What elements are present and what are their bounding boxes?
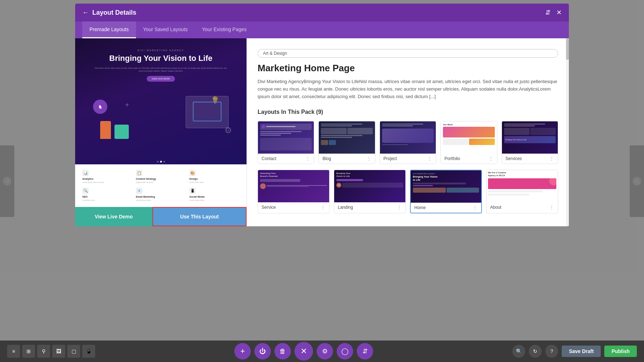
landing-footer: Landing ⋮ (334, 202, 405, 212)
feature-seo: 🔍 SEO In pulvinar arcu... (82, 188, 132, 202)
service-name: Service (262, 205, 276, 210)
modal-overlay: ← Layout Details ⇵ ✕ Premade Layouts You… (0, 0, 644, 362)
page-toolbar: ≡ ⊞ ⚲ 🖼 ▢ 📱 + ⏻ 🗑 ✕ ⚙ ◯ ⇵ 🔍 ↻ ? Save Dra… (0, 341, 644, 362)
toolbar-mobile-button[interactable]: 📱 (82, 345, 95, 358)
layout-card-home[interactable]: DIVI MARKETING AGENCY Bringing Your Visi… (410, 170, 482, 213)
services-menu-icon[interactable]: ⋮ (549, 156, 554, 161)
about-name: About (490, 205, 501, 210)
layout-card-landing[interactable]: Bringing YourVision to Life 11 Landing ⋮ (334, 170, 406, 213)
project-name: Project (384, 156, 397, 161)
email-marketing-icon: 📧 (136, 188, 142, 194)
toolbar-menu-button[interactable]: ≡ (7, 345, 20, 358)
toolbar-tablet-button[interactable]: ▢ (67, 345, 80, 358)
contact-menu-icon[interactable]: ⋮ (305, 156, 310, 161)
toolbar-desktop-button[interactable]: 🖼 (52, 345, 65, 358)
add-element-button[interactable]: + (234, 343, 251, 359)
layout-card-service[interactable]: Unlocking YourBrand's Potential (258, 170, 330, 213)
dot-3 (163, 161, 165, 163)
layout-button[interactable]: ⇵ (357, 343, 373, 359)
close-button[interactable]: ✕ (294, 342, 313, 361)
power-button[interactable]: ⏻ (254, 343, 271, 359)
pack-title: Layouts In This Pack (9) (258, 109, 558, 115)
toolbar-search-button[interactable]: ⚲ (37, 345, 50, 358)
layout-card-services[interactable]: Bringing Your Ideas to Life Services ⋮ (502, 121, 558, 164)
trash-button[interactable]: 🗑 (274, 343, 291, 359)
layout-card-portfolio[interactable]: Our Work Portfolio ⋮ (440, 121, 497, 164)
view-live-demo-button[interactable]: View Live Demo (75, 207, 152, 226)
deco-board-inner (193, 102, 221, 121)
dot-2 (160, 161, 162, 163)
layout-title: Marketing Home Page (258, 63, 558, 74)
preview-view-work-button[interactable]: VIEW OUR WORK (147, 76, 175, 82)
right-panel: Art & Design Marketing Home Page Divi Ma… (247, 38, 569, 226)
design-icon: 🎨 (189, 170, 196, 176)
home-menu-icon[interactable]: ⋮ (473, 205, 478, 211)
contact-thumb (258, 121, 314, 154)
layout-card-contact[interactable]: Contact ⋮ (258, 121, 314, 164)
design-text: Lorem dolor amet... (189, 181, 239, 184)
seo-label: SEO (82, 196, 132, 198)
service-menu-icon[interactable]: ⋮ (321, 204, 326, 210)
preview-decorations: ♞ ⚙ 💡 + (82, 92, 239, 143)
features-grid: 📊 Analytics Lorem ipsum dolor sit amet..… (82, 170, 239, 202)
refresh-button[interactable]: ↻ (529, 345, 542, 358)
settings-button[interactable]: ⚙ (317, 343, 333, 359)
about-thumb: We Are a CreativeAgency in SF,CA (487, 170, 558, 202)
publish-button[interactable]: Publish (604, 346, 637, 357)
layouts-grid-row1: Contact ⋮ (258, 121, 558, 164)
preview-hero: DIVI MARKETING AGENCY Bringing Your Visi… (75, 38, 247, 92)
layout-card-project[interactable]: Project ⋮ (380, 121, 436, 164)
feature-email-marketing: 📧 Email Marketing Lorem ipsum dolor... (136, 188, 186, 202)
search-right-button[interactable]: 🔍 (512, 345, 525, 358)
back-button[interactable]: ← (82, 9, 89, 16)
toolbar-grid-button[interactable]: ⊞ (22, 345, 35, 358)
social-media-text: Lorem ipsum dolor... (189, 199, 239, 202)
seo-text: In pulvinar arcu... (82, 199, 132, 202)
save-draft-button[interactable]: Save Draft (562, 346, 601, 357)
portfolio-thumb-art: Our Work (441, 121, 497, 154)
portfolio-menu-icon[interactable]: ⋮ (488, 156, 493, 161)
deco-circle-icon: ♞ (93, 100, 107, 114)
tabs-bar: Premade Layouts Your Saved Layouts Your … (75, 21, 569, 38)
seo-icon: 🔍 (82, 188, 89, 194)
email-marketing-text: Lorem ipsum dolor... (136, 199, 186, 202)
analytics-text: Lorem ipsum dolor sit amet... (82, 181, 132, 184)
services-thumb: Bringing Your Ideas to Life (502, 121, 558, 154)
toolbar-center: + ⏻ 🗑 ✕ ⚙ ◯ ⇵ (234, 342, 373, 361)
layout-description: Divi Marketing AgencyBringing Your Visio… (258, 78, 558, 100)
close-icon[interactable]: ✕ (556, 9, 562, 16)
services-name: Services (506, 156, 522, 161)
blog-menu-icon[interactable]: ⋮ (366, 156, 371, 161)
scrollbar-thumb[interactable] (566, 38, 569, 60)
layout-card-about[interactable]: We Are a CreativeAgency in SF,CA About ⋮ (486, 170, 558, 213)
services-thumb-art: Bringing Your Ideas to Life (502, 121, 558, 154)
tab-existing-pages[interactable]: Your Existing Pages (195, 21, 254, 38)
tab-premade-layouts[interactable]: Premade Layouts (82, 21, 136, 38)
content-strategy-text: Quique dolor sit amet... (136, 181, 186, 184)
service-footer: Service ⋮ (258, 202, 329, 212)
use-this-layout-button[interactable]: Use This Layout (152, 207, 247, 226)
project-menu-icon[interactable]: ⋮ (427, 156, 432, 161)
layout-details-modal: ← Layout Details ⇵ ✕ Premade Layouts You… (75, 4, 569, 226)
layout-card-blog[interactable]: Blog ⋮ (318, 121, 375, 164)
preview-dots (157, 161, 165, 163)
project-thumb-art (380, 121, 436, 154)
feature-analytics: 📊 Analytics Lorem ipsum dolor sit amet..… (82, 170, 132, 184)
tab-saved-layouts[interactable]: Your Saved Layouts (136, 21, 195, 38)
design-label: Design (189, 178, 239, 180)
landing-menu-icon[interactable]: ⋮ (397, 204, 402, 210)
about-thumb-art: We Are a CreativeAgency in SF,CA (487, 170, 558, 202)
modal-header-left: ← Layout Details (82, 9, 136, 16)
history-button[interactable]: ◯ (337, 343, 353, 359)
portfolio-thumb: Our Work (441, 121, 497, 154)
layout-preview-image: DIVI MARKETING AGENCY Bringing Your Visi… (75, 38, 247, 164)
settings-icon[interactable]: ⇵ (545, 9, 551, 16)
deco-gear-icon: ⚙ (224, 125, 232, 135)
help-button[interactable]: ? (545, 345, 558, 358)
landing-thumb-art: Bringing YourVision to Life 11 (334, 170, 405, 202)
analytics-label: Analytics (82, 178, 132, 180)
contact-thumb-art (258, 121, 314, 154)
blog-thumb-art (319, 121, 375, 154)
preview-features-section: 📊 Analytics Lorem ipsum dolor sit amet..… (75, 164, 247, 207)
about-menu-icon[interactable]: ⋮ (549, 204, 554, 210)
